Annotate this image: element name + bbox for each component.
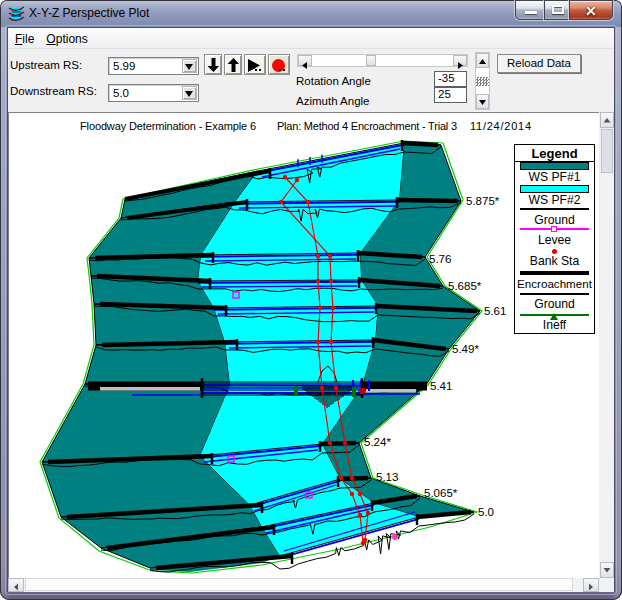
svg-text:5.61: 5.61 xyxy=(484,305,506,317)
svg-text:5.685*: 5.685* xyxy=(448,280,482,292)
svg-text:Plan: Method 4 Encroachment -: Plan: Method 4 Encroachment - Trial 3 xyxy=(277,120,457,132)
svg-text:5.875*: 5.875* xyxy=(466,195,500,207)
svg-text:5.49*: 5.49* xyxy=(452,343,479,355)
svg-text:5.41: 5.41 xyxy=(430,380,452,392)
svg-text:11/24/2014: 11/24/2014 xyxy=(470,120,531,132)
svg-text:5.24*: 5.24* xyxy=(364,436,391,448)
svg-text:Floodway Determination - Examp: Floodway Determination - Example 6 xyxy=(80,120,256,132)
svg-text:5.065*: 5.065* xyxy=(424,487,458,499)
svg-text:5.0: 5.0 xyxy=(478,506,494,518)
svg-text:5.76: 5.76 xyxy=(429,253,451,265)
svg-text:5.13: 5.13 xyxy=(376,471,398,483)
